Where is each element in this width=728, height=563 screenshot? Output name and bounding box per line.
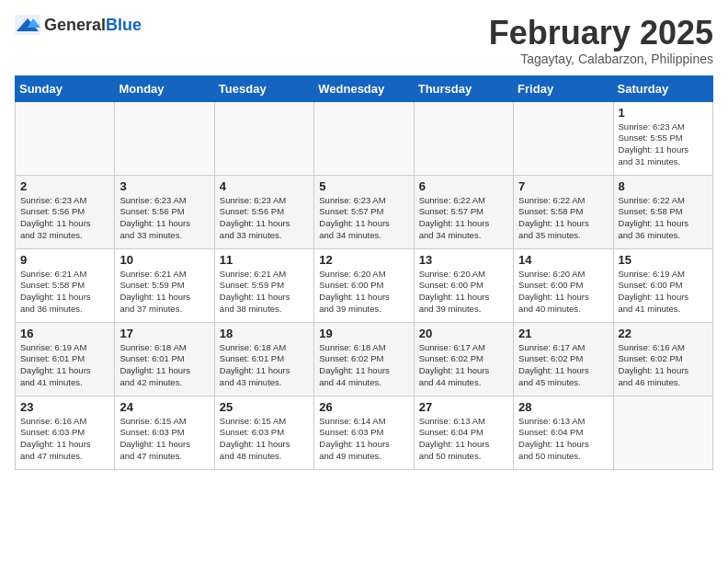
day-info: Sunrise: 6:21 AM Sunset: 5:59 PM Dayligh… xyxy=(119,269,209,316)
week-row-5: 23Sunrise: 6:16 AM Sunset: 6:03 PM Dayli… xyxy=(16,396,713,469)
day-cell: 3Sunrise: 6:23 AM Sunset: 5:56 PM Daylig… xyxy=(115,175,214,248)
title-area: February 2025 Tagaytay, Calabarzon, Phil… xyxy=(489,15,713,66)
day-cell xyxy=(414,101,513,175)
logo-text: GeneralBlue xyxy=(44,17,142,34)
day-number: 9 xyxy=(20,253,109,267)
weekday-header-sunday: Sunday xyxy=(16,75,115,101)
weekday-header-tuesday: Tuesday xyxy=(214,75,313,101)
day-number: 28 xyxy=(518,400,608,414)
day-number: 6 xyxy=(419,179,508,193)
day-cell: 1Sunrise: 6:23 AM Sunset: 5:55 PM Daylig… xyxy=(613,101,712,175)
logo-general: GeneralBlue xyxy=(44,17,142,34)
day-number: 8 xyxy=(619,179,708,193)
day-cell: 13Sunrise: 6:20 AM Sunset: 6:00 PM Dayli… xyxy=(414,248,513,322)
day-number: 23 xyxy=(20,400,109,414)
day-info: Sunrise: 6:15 AM Sunset: 6:03 PM Dayligh… xyxy=(220,416,309,463)
day-number: 15 xyxy=(619,253,708,267)
day-info: Sunrise: 6:21 AM Sunset: 5:59 PM Dayligh… xyxy=(220,269,309,316)
day-number: 17 xyxy=(119,327,209,340)
day-cell: 7Sunrise: 6:22 AM Sunset: 5:58 PM Daylig… xyxy=(514,175,613,248)
day-info: Sunrise: 6:18 AM Sunset: 6:01 PM Dayligh… xyxy=(220,342,309,389)
week-row-3: 9Sunrise: 6:21 AM Sunset: 5:58 PM Daylig… xyxy=(16,248,713,322)
weekday-header-monday: Monday xyxy=(115,75,214,101)
location-title: Tagaytay, Calabarzon, Philippines xyxy=(489,52,713,66)
day-cell: 19Sunrise: 6:18 AM Sunset: 6:02 PM Dayli… xyxy=(314,322,414,396)
day-cell xyxy=(115,101,214,175)
day-info: Sunrise: 6:21 AM Sunset: 5:58 PM Dayligh… xyxy=(20,269,109,316)
day-info: Sunrise: 6:20 AM Sunset: 6:00 PM Dayligh… xyxy=(518,269,608,316)
day-cell xyxy=(514,101,613,175)
day-info: Sunrise: 6:19 AM Sunset: 6:01 PM Dayligh… xyxy=(20,342,109,389)
day-info: Sunrise: 6:20 AM Sunset: 6:00 PM Dayligh… xyxy=(419,269,508,316)
day-cell: 28Sunrise: 6:13 AM Sunset: 6:04 PM Dayli… xyxy=(514,396,613,469)
day-cell: 26Sunrise: 6:14 AM Sunset: 6:03 PM Dayli… xyxy=(314,396,414,469)
day-info: Sunrise: 6:22 AM Sunset: 5:57 PM Dayligh… xyxy=(419,195,508,242)
day-info: Sunrise: 6:19 AM Sunset: 6:00 PM Dayligh… xyxy=(619,269,708,316)
day-cell: 23Sunrise: 6:16 AM Sunset: 6:03 PM Dayli… xyxy=(16,396,115,469)
day-number: 24 xyxy=(119,400,209,414)
day-number: 12 xyxy=(319,253,408,267)
day-cell: 12Sunrise: 6:20 AM Sunset: 6:00 PM Dayli… xyxy=(314,248,414,322)
day-cell: 5Sunrise: 6:23 AM Sunset: 5:57 PM Daylig… xyxy=(314,175,414,248)
day-info: Sunrise: 6:16 AM Sunset: 6:02 PM Dayligh… xyxy=(619,342,708,389)
day-number: 13 xyxy=(419,253,508,267)
day-info: Sunrise: 6:13 AM Sunset: 6:04 PM Dayligh… xyxy=(518,416,608,463)
day-cell xyxy=(16,101,115,175)
day-cell xyxy=(314,101,414,175)
day-cell: 18Sunrise: 6:18 AM Sunset: 6:01 PM Dayli… xyxy=(214,322,313,396)
weekday-header-thursday: Thursday xyxy=(414,75,513,101)
day-number: 11 xyxy=(220,253,309,267)
day-info: Sunrise: 6:17 AM Sunset: 6:02 PM Dayligh… xyxy=(518,342,608,389)
day-info: Sunrise: 6:23 AM Sunset: 5:56 PM Dayligh… xyxy=(20,195,109,242)
day-info: Sunrise: 6:14 AM Sunset: 6:03 PM Dayligh… xyxy=(319,416,408,463)
day-number: 5 xyxy=(319,179,408,193)
logo: GeneralBlue xyxy=(15,15,142,35)
weekday-header-friday: Friday xyxy=(514,75,613,101)
day-number: 22 xyxy=(619,327,708,340)
day-cell: 24Sunrise: 6:15 AM Sunset: 6:03 PM Dayli… xyxy=(115,396,214,469)
day-cell: 10Sunrise: 6:21 AM Sunset: 5:59 PM Dayli… xyxy=(115,248,214,322)
day-info: Sunrise: 6:18 AM Sunset: 6:01 PM Dayligh… xyxy=(119,342,209,389)
day-cell: 15Sunrise: 6:19 AM Sunset: 6:00 PM Dayli… xyxy=(613,248,712,322)
weekday-header-row: SundayMondayTuesdayWednesdayThursdayFrid… xyxy=(16,75,713,101)
day-info: Sunrise: 6:18 AM Sunset: 6:02 PM Dayligh… xyxy=(319,342,408,389)
day-info: Sunrise: 6:16 AM Sunset: 6:03 PM Dayligh… xyxy=(20,416,109,463)
day-info: Sunrise: 6:17 AM Sunset: 6:02 PM Dayligh… xyxy=(419,342,508,389)
day-cell: 20Sunrise: 6:17 AM Sunset: 6:02 PM Dayli… xyxy=(414,322,513,396)
day-number: 14 xyxy=(518,253,608,267)
logo-icon xyxy=(15,15,40,35)
day-number: 4 xyxy=(220,179,309,193)
day-number: 3 xyxy=(119,179,209,193)
day-number: 21 xyxy=(518,327,608,340)
weekday-header-saturday: Saturday xyxy=(613,75,712,101)
day-number: 27 xyxy=(419,400,508,414)
day-cell: 11Sunrise: 6:21 AM Sunset: 5:59 PM Dayli… xyxy=(214,248,313,322)
day-number: 10 xyxy=(119,253,209,267)
day-number: 20 xyxy=(419,327,508,340)
week-row-4: 16Sunrise: 6:19 AM Sunset: 6:01 PM Dayli… xyxy=(16,322,713,396)
day-cell: 21Sunrise: 6:17 AM Sunset: 6:02 PM Dayli… xyxy=(514,322,613,396)
day-number: 25 xyxy=(220,400,309,414)
day-cell: 27Sunrise: 6:13 AM Sunset: 6:04 PM Dayli… xyxy=(414,396,513,469)
day-info: Sunrise: 6:23 AM Sunset: 5:55 PM Dayligh… xyxy=(619,121,708,168)
day-number: 18 xyxy=(220,327,309,340)
day-cell: 17Sunrise: 6:18 AM Sunset: 6:01 PM Dayli… xyxy=(115,322,214,396)
day-info: Sunrise: 6:20 AM Sunset: 6:00 PM Dayligh… xyxy=(319,269,408,316)
day-info: Sunrise: 6:22 AM Sunset: 5:58 PM Dayligh… xyxy=(619,195,708,242)
day-cell: 25Sunrise: 6:15 AM Sunset: 6:03 PM Dayli… xyxy=(214,396,313,469)
day-info: Sunrise: 6:13 AM Sunset: 6:04 PM Dayligh… xyxy=(419,416,508,463)
day-cell xyxy=(613,396,712,469)
day-number: 2 xyxy=(20,179,109,193)
day-cell: 4Sunrise: 6:23 AM Sunset: 5:56 PM Daylig… xyxy=(214,175,313,248)
day-info: Sunrise: 6:15 AM Sunset: 6:03 PM Dayligh… xyxy=(119,416,209,463)
day-cell: 8Sunrise: 6:22 AM Sunset: 5:58 PM Daylig… xyxy=(613,175,712,248)
day-cell: 6Sunrise: 6:22 AM Sunset: 5:57 PM Daylig… xyxy=(414,175,513,248)
day-number: 19 xyxy=(319,327,408,340)
header: GeneralBlue February 2025 Tagaytay, Cala… xyxy=(15,15,713,66)
day-info: Sunrise: 6:23 AM Sunset: 5:56 PM Dayligh… xyxy=(220,195,309,242)
day-info: Sunrise: 6:23 AM Sunset: 5:56 PM Dayligh… xyxy=(119,195,209,242)
month-title: February 2025 xyxy=(489,15,713,52)
day-number: 16 xyxy=(20,327,109,340)
day-cell: 14Sunrise: 6:20 AM Sunset: 6:00 PM Dayli… xyxy=(514,248,613,322)
day-cell: 16Sunrise: 6:19 AM Sunset: 6:01 PM Dayli… xyxy=(16,322,115,396)
